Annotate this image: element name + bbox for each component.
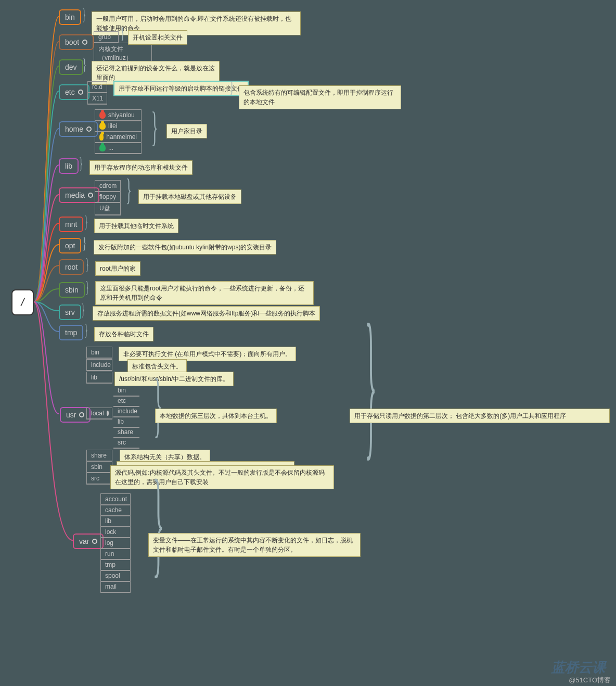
desc-local: 本地数据的第三层次，具体到本台主机。 — [155, 409, 277, 423]
brace: } — [153, 362, 162, 446]
toggle-icon[interactable] — [92, 539, 97, 544]
node-media[interactable]: media — [59, 187, 99, 203]
node-srv[interactable]: srv — [59, 304, 81, 320]
user-4[interactable]: ... — [95, 142, 142, 154]
local-bin[interactable]: bin — [113, 385, 139, 397]
brace: } — [85, 278, 89, 297]
user-icon — [99, 144, 106, 151]
usr-local[interactable]: local — [86, 408, 112, 420]
sub-cdrom[interactable]: cdrom — [95, 180, 121, 192]
desc-opt: 发行版附加的一些软件包(如ubuntu kylin附带的wps)的安装目录 — [94, 240, 276, 255]
node-lib[interactable]: lib — [59, 158, 79, 174]
desc-srv: 存放服务进程所需的数据文件(如www网络服务和ftp服务)和一些服务的执行脚本 — [93, 306, 320, 321]
node-sbin[interactable]: sbin — [59, 282, 85, 298]
desc-mnt: 用于挂载其他临时文件系统 — [94, 219, 178, 233]
brace: } — [365, 286, 377, 478]
var-run[interactable]: run — [100, 548, 131, 560]
node-var[interactable]: var — [73, 533, 104, 549]
usr-include[interactable]: include — [86, 359, 112, 371]
var-log[interactable]: log — [100, 537, 131, 549]
var-lock[interactable]: lock — [100, 526, 131, 538]
toggle-icon[interactable] — [82, 40, 87, 45]
node-opt[interactable]: opt — [59, 238, 81, 253]
brace: } — [81, 300, 85, 320]
desc-tmp: 存放各种临时文件 — [94, 327, 153, 341]
toggle-icon[interactable] — [107, 411, 109, 416]
user-icon — [99, 122, 106, 130]
sub-udisk[interactable]: U盘 — [95, 202, 121, 215]
local-share[interactable]: share — [113, 427, 139, 438]
node-dev[interactable]: dev — [59, 59, 83, 75]
toggle-icon[interactable] — [78, 90, 83, 95]
desc-usr-big: 用于存储只读用户数据的第二层次； 包含绝大多数的(多)用户工具和应用程序 — [350, 409, 610, 423]
brace: } — [121, 24, 125, 43]
desc-media: 用于挂载本地磁盘或其他存储设备 — [138, 189, 241, 204]
user-icon — [99, 133, 104, 141]
brace: } — [84, 212, 88, 232]
root-label: / — [21, 296, 24, 309]
var-lib[interactable]: lib — [100, 515, 131, 527]
usr-share[interactable]: share — [86, 450, 112, 462]
local-include[interactable]: include — [113, 406, 139, 417]
brace: } — [230, 78, 234, 97]
node-boot[interactable]: boot — [59, 34, 94, 50]
node-bin[interactable]: bin — [59, 9, 81, 25]
local-etc[interactable]: etc — [113, 396, 139, 407]
user-1[interactable]: shiyanlou — [95, 109, 142, 121]
sub-rcd[interactable]: rc.d — [87, 81, 107, 93]
user-icon — [99, 111, 106, 119]
sub-floppy[interactable]: floppy — [95, 191, 121, 203]
var-tmp[interactable]: tmp — [100, 559, 131, 571]
brace: } — [83, 55, 87, 74]
node-root[interactable]: root — [59, 259, 84, 275]
blog-watermark: @51CTO博客 — [569, 676, 611, 685]
brace: } — [82, 5, 86, 24]
node-home[interactable]: home — [59, 121, 98, 137]
local-src[interactable]: src — [113, 437, 139, 449]
usr-sbin[interactable]: sbin — [86, 461, 112, 473]
brace: } — [151, 103, 158, 150]
toggle-icon[interactable] — [88, 193, 93, 198]
desc-var: 变量文件——在正常运行的系统中其内容不断变化的文件，如日志，脱机文件和临时电子邮… — [148, 533, 361, 557]
desc-usr-src: 源代码,例如:内核源代码及其头文件。不过一般的发行版是不会保留内核源码在这里的，… — [110, 465, 334, 489]
usr-lib[interactable]: lib — [86, 372, 112, 384]
var-account[interactable]: account — [100, 493, 131, 505]
mindmap-canvas: / bin } 一般用户可用，启动时会用到的命令,即在文件系统还没有被挂载时，也… — [0, 0, 616, 686]
desc-root: root用户的家 — [95, 261, 140, 276]
user-3[interactable]: hanmeimei — [95, 131, 142, 143]
var-spool[interactable]: spool — [100, 570, 131, 582]
desc-etc: 包含系统特有的可编辑配置文件，即用于控制程序运行的本地文件 — [239, 85, 401, 109]
desc-lib: 用于存放程序的动态库和模块文件 — [89, 160, 192, 175]
local-lib[interactable]: lib — [113, 416, 139, 428]
brace: } — [84, 321, 88, 340]
node-tmp[interactable]: tmp — [59, 325, 83, 340]
desc-home: 用户家目录 — [166, 124, 207, 138]
user-2[interactable]: lilei — [95, 120, 142, 132]
var-cache[interactable]: cache — [100, 504, 131, 516]
desc-boot: 开机设置相关文件 — [128, 30, 187, 45]
desc-usr-lib: /usr/bin/和/usr/sbin/中二进制文件的库。 — [114, 372, 234, 386]
desc-rcd: 用于存放不同运行等级的启动脚本的链接文件 — [113, 81, 249, 96]
brace: } — [83, 234, 87, 253]
usr-src[interactable]: src — [86, 473, 112, 485]
brace: } — [152, 453, 164, 591]
desc-sbin: 这里面很多只能是root用户才能执行的命令，一些系统进行更新，备份，还原和开关机… — [95, 281, 314, 305]
usr-bin[interactable]: bin — [86, 347, 112, 359]
sub-x11[interactable]: X11 — [87, 93, 107, 105]
root-node[interactable]: / — [11, 289, 34, 315]
var-mail[interactable]: mail — [100, 581, 131, 593]
node-mnt[interactable]: mnt — [59, 217, 83, 232]
sub-grub[interactable]: grub — [94, 31, 119, 43]
brace: } — [85, 255, 89, 274]
toggle-icon[interactable] — [86, 126, 92, 132]
brace: } — [79, 154, 83, 173]
logo-watermark: 蓝桥云课 — [551, 658, 606, 677]
node-etc[interactable]: etc — [59, 84, 89, 100]
brace: } — [126, 172, 132, 208]
toggle-icon[interactable] — [79, 412, 84, 417]
